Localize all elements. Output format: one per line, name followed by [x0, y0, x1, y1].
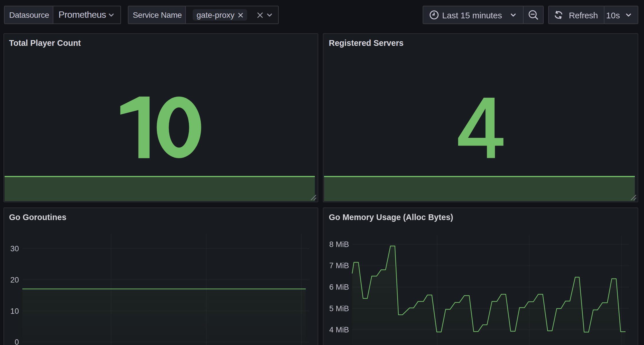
svg-text:20: 20 [10, 275, 19, 284]
svg-text:30: 30 [10, 244, 19, 253]
svg-text:8 MiB: 8 MiB [329, 240, 349, 249]
svg-text:4 MiB: 4 MiB [329, 326, 349, 334]
svg-text:0: 0 [14, 338, 19, 345]
svg-text:6 MiB: 6 MiB [329, 283, 349, 291]
svg-text:10: 10 [10, 307, 19, 315]
svg-text:5 MiB: 5 MiB [329, 304, 349, 313]
svg-text:7 MiB: 7 MiB [329, 261, 349, 270]
